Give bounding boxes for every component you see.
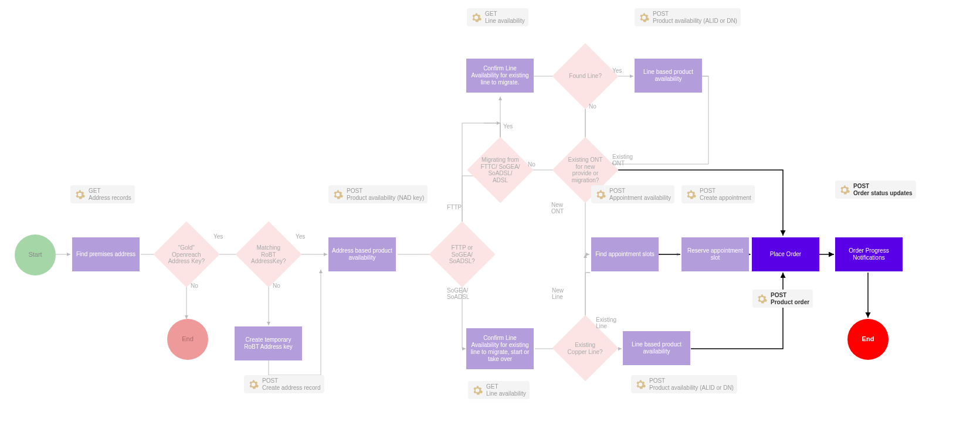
copper-label: Existing Copper Line?	[565, 342, 605, 355]
lbl-exist-ont: Existing ONT	[612, 154, 633, 166]
api-post-create-appt: POST Create appointment	[681, 185, 755, 203]
place-order-label: Place Order	[770, 251, 801, 258]
api-post-prod-alid-top-text: POST Product availability (ALID or DN)	[653, 11, 737, 24]
line-prod-top-label: Line based product availability	[638, 69, 698, 83]
line-prod-bot-rect: Line based product availability	[623, 331, 690, 365]
confirm-top-rect: Confirm Line Availability for existing l…	[466, 59, 534, 93]
confirm-bot-label: Confirm Line Availability for existing l…	[470, 335, 530, 363]
end-faded-label: End	[182, 335, 194, 343]
api-post-order-status: POST Order status updates	[835, 181, 916, 199]
line-prod-bot-label: Line based product availability	[626, 341, 687, 355]
api-post-appt-text: POST Appointment availability	[609, 188, 671, 201]
start-node: Start	[15, 234, 56, 275]
order-prog-label: Order Progress Notifications	[839, 247, 899, 261]
gold-diamond: "Gold" Openreach Address Key?	[153, 221, 219, 287]
api-post-prod-nad: POST Product availability (NAD key)	[328, 185, 428, 203]
lbl-mig-no: No	[528, 161, 535, 168]
create-temp-rect: Create temporary RoBT Address key	[235, 326, 302, 360]
start-label: Start	[28, 251, 42, 258]
api-get-line-top: GET Line availability	[467, 8, 528, 26]
migrating-diamond: Migrating from FTTC/ SoGEA/ SoADSL/ ADSL	[467, 137, 533, 203]
api-post-create-appt-text: POST Create appointment	[700, 188, 751, 201]
find-appt-rect: Find appointment slots	[591, 237, 659, 271]
api-get-line-top-text: GET Line availability	[485, 11, 525, 24]
lbl-robt-no: No	[273, 283, 280, 289]
robt-diamond: Matching RoBT AddressKey?	[235, 221, 301, 287]
gold-label: "Gold" Openreach Address Key?	[167, 244, 206, 265]
lbl-robt-yes: Yes	[296, 233, 305, 240]
addr-based-rect: Address based product availability	[328, 237, 396, 271]
api-get-addr-text: GET Address records	[89, 188, 131, 201]
fttp-or-label: FTTP or SoGEA/ SoADSL?	[442, 244, 482, 265]
api-post-prod-nad-text: POST Product availability (NAD key)	[347, 188, 424, 201]
api-get-line-bot: GET Line availability	[468, 381, 530, 399]
place-order-rect: Place Order	[752, 237, 819, 271]
lbl-exist-line: Existing Line	[596, 316, 616, 329]
end-bold-label: End	[862, 335, 874, 343]
create-temp-label: Create temporary RoBT Address key	[238, 336, 299, 350]
confirm-bot-rect: Confirm Line Availability for existing l…	[466, 328, 534, 369]
confirm-top-label: Confirm Line Availability for existing l…	[470, 65, 530, 86]
api-get-addr: GET Address records	[70, 185, 135, 203]
found-line-label: Found Line?	[565, 73, 605, 80]
lbl-gold-yes: Yes	[213, 233, 223, 240]
api-post-prod-order: POST Product order	[752, 290, 813, 308]
robt-label: Matching RoBT AddressKey?	[249, 244, 289, 265]
reserve-appt-label: Reserve appointment slot	[685, 247, 745, 261]
api-post-prod-alid-bot-text: POST Product availability (ALID or DN)	[649, 377, 734, 391]
api-post-prod-alid-bot: POST Product availability (ALID or DN)	[631, 375, 737, 393]
find-premises-label: Find premises address	[76, 251, 135, 258]
api-post-create-addr: POST Create address record	[244, 375, 324, 393]
lbl-new-line: New Line	[552, 287, 564, 300]
lbl-mig-yes: Yes	[503, 123, 513, 130]
reserve-appt-rect: Reserve appointment slot	[681, 237, 749, 271]
lbl-fttp: FTTP	[447, 204, 462, 210]
lbl-new-ont: New ONT	[551, 202, 564, 215]
api-post-create-addr-text: POST Create address record	[262, 377, 321, 391]
api-post-prod-alid-top: POST Product availability (ALID or DN)	[635, 8, 741, 26]
lbl-gold-no: No	[191, 283, 198, 289]
api-post-prod-order-text: POST Product order	[771, 292, 809, 305]
end-faded-node: End	[167, 319, 208, 360]
api-post-order-status-text: POST Order status updates	[853, 183, 913, 196]
end-bold-node: End	[847, 319, 889, 360]
order-prog-rect: Order Progress Notifications	[835, 237, 903, 271]
line-prod-top-rect: Line based product availability	[635, 59, 702, 93]
existing-ont-label: Existing ONT for new provide or migratio…	[565, 156, 605, 183]
lbl-sogea: SoGEA/ SoADSL	[447, 287, 469, 300]
api-get-line-bot-text: GET Line availability	[486, 383, 526, 397]
find-premises-rect: Find premises address	[72, 237, 140, 271]
addr-based-label: Address based product availability	[332, 247, 392, 261]
lbl-found-no: No	[589, 103, 596, 110]
migrating-label: Migrating from FTTC/ SoGEA/ SoADSL/ ADSL	[480, 156, 520, 183]
found-line-diamond: Found Line?	[552, 43, 618, 109]
fttp-or-diamond: FTTP or SoGEA/ SoADSL?	[429, 221, 495, 287]
api-post-appt: POST Appointment availability	[591, 185, 674, 203]
find-appt-label: Find appointment slots	[595, 251, 655, 258]
lbl-found-yes: Yes	[612, 67, 622, 74]
